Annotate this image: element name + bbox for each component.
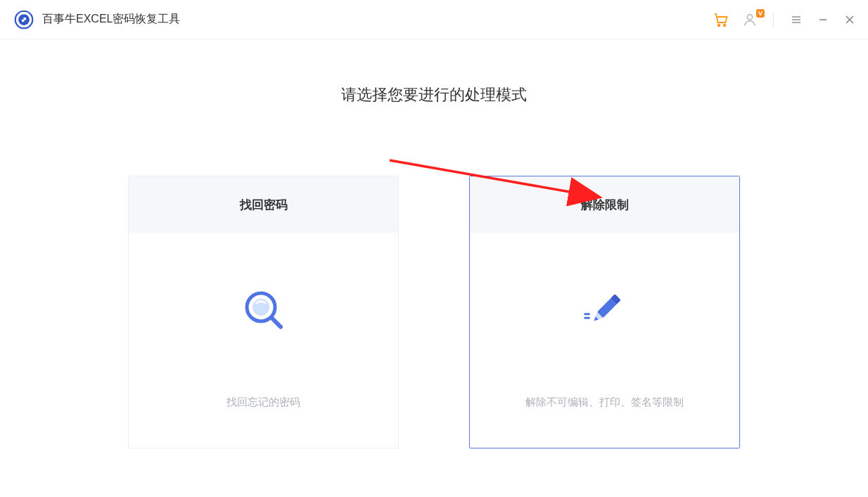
close-icon[interactable] <box>843 13 857 27</box>
mode-prompt: 请选择您要进行的处理模式 <box>341 84 527 105</box>
card-remove-restriction[interactable]: 解除限制 解除不可编辑、打印、签名等限制 <box>469 176 740 448</box>
card-title: 解除限制 <box>470 176 739 233</box>
svg-line-22 <box>585 316 589 320</box>
svg-rect-4 <box>24 20 26 22</box>
magnifier-icon <box>241 288 286 333</box>
card-desc: 找回忘记的密码 <box>226 396 300 409</box>
cart-icon[interactable] <box>713 11 729 28</box>
titlebar-actions: V <box>713 11 857 28</box>
separator <box>773 12 774 27</box>
svg-point-7 <box>747 14 752 19</box>
minimize-icon[interactable] <box>816 13 830 27</box>
app-logo-icon <box>14 10 34 30</box>
card-desc: 解除不可编辑、打印、签名等限制 <box>525 396 684 409</box>
menu-icon[interactable] <box>789 13 803 27</box>
app-title: 百事牛EXCEL密码恢复工具 <box>42 12 713 27</box>
vip-badge: V <box>756 9 765 18</box>
user-icon[interactable]: V <box>742 12 758 27</box>
card-title: 找回密码 <box>129 176 398 233</box>
svg-point-6 <box>724 24 726 26</box>
svg-point-5 <box>718 24 720 26</box>
card-body: 找回忘记的密码 <box>129 233 398 448</box>
svg-line-16 <box>272 318 281 327</box>
main-content: 请选择您要进行的处理模式 找回密码 找回忘记的密码 解除限制 <box>0 39 868 448</box>
card-body: 解除不可编辑、打印、签名等限制 <box>470 233 739 448</box>
pencil-icon <box>582 288 627 333</box>
card-recover-password[interactable]: 找回密码 找回忘记的密码 <box>128 176 399 448</box>
svg-line-21 <box>585 312 589 316</box>
titlebar: 百事牛EXCEL密码恢复工具 V <box>0 0 868 39</box>
mode-cards: 找回密码 找回忘记的密码 解除限制 <box>128 176 740 448</box>
svg-rect-3 <box>22 17 24 19</box>
